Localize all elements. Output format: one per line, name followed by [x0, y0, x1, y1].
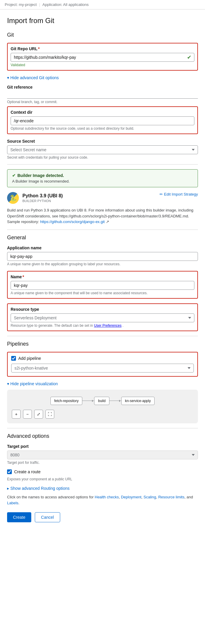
expand-button[interactable]: ⛶: [45, 410, 54, 419]
edit-import-strategy-link[interactable]: ✏ Edit Import Strategy: [160, 192, 198, 196]
top-bar: Project: my-project | Application: All a…: [0, 0, 205, 9]
zoom-in-button[interactable]: +: [12, 410, 21, 419]
pipeline-box: Add pipeline s2i-python-knative: [7, 352, 198, 377]
pipeline-stage-fetch: fetch-repository: [50, 397, 83, 405]
top-bar-separator: |: [39, 2, 40, 7]
form-actions: Create Cancel: [7, 512, 198, 522]
create-route-checkbox[interactable]: [7, 469, 12, 474]
chevron-down-icon: [7, 75, 9, 80]
create-route-label[interactable]: Create a route: [14, 469, 41, 474]
add-pipeline-row: Add pipeline: [11, 356, 194, 361]
application-selector[interactable]: Application: All applications: [42, 2, 89, 7]
advanced-options-section: Advanced options Target port 8080 Target…: [7, 433, 198, 507]
context-dir-input[interactable]: [11, 116, 194, 125]
add-pipeline-checkbox[interactable]: [11, 356, 16, 361]
git-section-title: Git: [7, 32, 198, 38]
health-checks-link[interactable]: Health checks: [95, 495, 119, 499]
name-box: Name* A unique name given to the compone…: [7, 271, 198, 299]
name-label: Name*: [11, 274, 194, 279]
builder-detected-check-icon: ✔: [12, 173, 16, 178]
target-port-group: Target port 8080 Target port for traffic…: [7, 444, 198, 465]
git-reference-label: Git reference: [7, 85, 198, 90]
create-route-group: Create a route Exposes your component at…: [7, 469, 198, 481]
create-route-row: Create a route: [7, 469, 198, 474]
python-icon: 🐍: [7, 192, 19, 204]
resource-type-select[interactable]: Serverless Deployment Deployment Deploym…: [11, 313, 194, 322]
pipelines-section-title: Pipelines: [7, 341, 198, 347]
git-reference-description: Optional branch, tag, or commit.: [7, 100, 198, 104]
pipelines-divider: [7, 336, 198, 336]
pipeline-connector-1: [82, 401, 94, 401]
advanced-options-title: Advanced options: [7, 433, 198, 439]
builder-image-tag: BUILDER PYTHON: [22, 199, 63, 203]
git-reference-input[interactable]: [7, 91, 198, 99]
app-name-input[interactable]: [7, 252, 198, 261]
pipeline-stages: fetch-repository build kn-service-apply: [12, 397, 193, 405]
app-name-group: Application name A unique name given to …: [7, 245, 198, 266]
create-button[interactable]: Create: [7, 512, 31, 522]
pipeline-stage-apply: kn-service-apply: [121, 397, 155, 405]
pipeline-visualization-box: fetch-repository build kn-service-apply …: [7, 390, 198, 423]
resource-type-label: Resource type: [11, 307, 194, 312]
validated-text: Validated: [11, 63, 194, 67]
project-selector[interactable]: Project: my-project: [5, 2, 37, 7]
pencil-icon: ✏: [160, 192, 163, 196]
git-repo-url-label: Git Repo URL*: [11, 46, 194, 51]
builder-detected-title: Builder Image detected.: [17, 173, 64, 178]
context-dir-box: Context dir Optional subdirectory for th…: [7, 106, 198, 134]
app-name-label: Application name: [7, 245, 198, 250]
advanced-info-text: Click on the names to access advanced op…: [7, 494, 198, 507]
source-secret-label: Source Secret: [7, 139, 198, 144]
name-description: A unique name given to the component tha…: [11, 291, 194, 295]
resource-type-description: Resource type to generate. The default c…: [11, 323, 194, 328]
git-repo-url-input[interactable]: [11, 53, 194, 62]
source-secret-select[interactable]: Select Secret name: [7, 145, 198, 154]
pipeline-controls: + − ⤢ ⛶: [12, 410, 193, 419]
pipeline-connector-2: [109, 401, 121, 401]
section-divider: [7, 164, 198, 165]
git-repo-url-box: Git Repo URL* ✔ Validated: [7, 43, 198, 71]
cancel-button[interactable]: Cancel: [35, 512, 60, 522]
app-name-description: A unique name given to the application g…: [7, 262, 198, 266]
zoom-out-button[interactable]: −: [23, 410, 32, 419]
fit-button[interactable]: ⤢: [34, 410, 43, 419]
pipeline-stage-build: build: [94, 397, 109, 405]
builder-description: Build and run Python 3.9 applications on…: [7, 207, 198, 225]
builder-image-details: Python 3.9 (UBI 8) BUILDER PYTHON: [22, 193, 63, 203]
git-reference-group: Git reference Optional branch, tag, or c…: [7, 85, 198, 104]
show-routing-link[interactable]: Show advanced Routing options: [7, 486, 198, 491]
labels-link[interactable]: Labels: [7, 501, 18, 505]
target-port-label: Target port: [7, 444, 198, 449]
target-port-select[interactable]: 8080: [7, 451, 198, 459]
general-section-title: General: [7, 235, 198, 241]
external-link-icon: ↗: [106, 219, 109, 224]
builder-image-info: 🐍 Python 3.9 (UBI 8) BUILDER PYTHON: [7, 192, 63, 204]
target-port-description: Target port for traffic.: [7, 461, 198, 465]
hide-advanced-git-link[interactable]: Hide advanced Git options: [7, 75, 198, 80]
builder-detected-subtitle: A Builder Image is recommended.: [12, 179, 193, 183]
context-dir-description: Optional subdirectory for the source cod…: [11, 126, 194, 131]
builder-image-row: 🐍 Python 3.9 (UBI 8) BUILDER PYTHON ✏ Ed…: [7, 192, 198, 204]
create-route-description: Exposes your component at a public URL: [7, 477, 198, 481]
resource-type-box: Resource type Serverless Deployment Depl…: [7, 303, 198, 331]
source-secret-description: Secret with credentials for pulling your…: [7, 155, 198, 160]
git-repo-url-input-wrapper: ✔: [11, 53, 194, 62]
chevron-right-icon: [7, 486, 9, 491]
name-input[interactable]: [11, 281, 194, 290]
builder-detected-box: ✔ Builder Image detected. A Builder Imag…: [7, 169, 198, 187]
user-preferences-link[interactable]: User Preferences: [94, 323, 122, 328]
sample-repo-link[interactable]: https://github.com/sclorg/django-ex.git: [40, 219, 105, 224]
add-pipeline-label[interactable]: Add pipeline: [18, 356, 41, 361]
advanced-divider: [7, 428, 198, 428]
chevron-down-icon-2: [7, 381, 9, 386]
deployment-link[interactable]: Deployment: [121, 495, 141, 499]
resource-limits-link[interactable]: Resource limits: [158, 495, 184, 499]
general-divider: [7, 230, 198, 230]
validated-check-icon: ✔: [187, 54, 191, 61]
page-title: Import from Git: [7, 17, 198, 25]
scaling-link[interactable]: Scaling: [144, 495, 156, 499]
builder-image-name: Python 3.9 (UBI 8): [22, 193, 63, 199]
pipeline-select[interactable]: s2i-python-knative: [11, 364, 194, 373]
hide-pipeline-vis-link[interactable]: Hide pipeline visualization: [7, 381, 198, 386]
context-dir-label: Context dir: [11, 110, 194, 115]
